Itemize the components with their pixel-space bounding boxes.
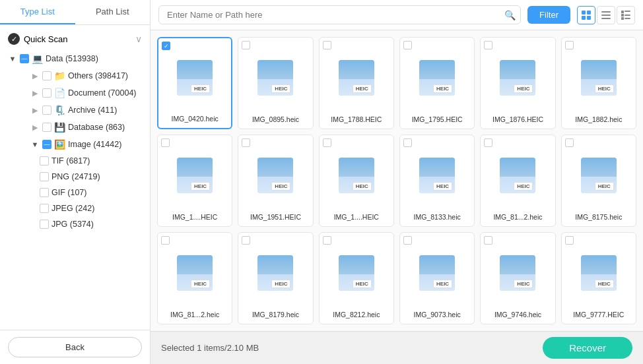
- heic-image-area: HEIC: [500, 60, 535, 96]
- checkbox-database[interactable]: [42, 123, 51, 132]
- svg-rect-10: [625, 15, 630, 16]
- file-cell[interactable]: HEIC IMG_81...2.heic: [480, 135, 555, 227]
- tab-path-list[interactable]: Path List: [75, 0, 151, 24]
- quick-scan-row[interactable]: ✓ Quick Scan ∨: [0, 28, 150, 50]
- heic-image-area: HEIC: [419, 158, 455, 193]
- file-checkbox[interactable]: [484, 138, 492, 147]
- tree-item-others[interactable]: ▶ 📁 Others (398417): [0, 67, 150, 84]
- tree-item-tif[interactable]: TIF (6817): [0, 153, 150, 169]
- search-input[interactable]: [158, 5, 521, 24]
- checkbox-png[interactable]: [40, 172, 49, 181]
- file-name: IMG_9073.heic: [414, 311, 461, 320]
- file-checkbox[interactable]: [161, 236, 170, 245]
- heic-icon: HEIC: [581, 158, 617, 193]
- heic-badge: HEIC: [433, 182, 452, 191]
- quick-scan-label: Quick Scan: [24, 34, 67, 44]
- file-cell[interactable]: HEIC IMG_1882.heic: [561, 37, 636, 129]
- file-checkbox[interactable]: [403, 236, 412, 245]
- filter-button[interactable]: Filter: [527, 6, 570, 24]
- checkbox-tif[interactable]: [40, 156, 49, 166]
- file-checkbox[interactable]: [161, 138, 170, 147]
- file-name: IMG_9746.heic: [494, 311, 541, 320]
- file-thumb: HEIC: [500, 43, 535, 112]
- file-checkbox[interactable]: [484, 236, 492, 245]
- file-checkbox[interactable]: [403, 138, 412, 147]
- sidebar-footer: Back: [0, 330, 150, 364]
- recover-button[interactable]: Recover: [543, 337, 632, 359]
- file-cell[interactable]: HEIC IMG_8175.heic: [561, 135, 636, 227]
- file-cell[interactable]: HEIC IMG_8133.heic: [399, 135, 475, 227]
- file-cell[interactable]: HEIC IMG_1....HEIC: [319, 135, 394, 227]
- file-cell[interactable]: HEIC IMG_1951.HEIC: [238, 135, 313, 227]
- file-cell[interactable]: HEIC IMG_81...2.heic: [157, 232, 232, 324]
- checkbox-document[interactable]: [42, 88, 51, 98]
- file-grid: ✓ HEIC IMG_0420.heic HEIC IMG_0895.heic: [151, 30, 643, 331]
- expand-arrow-icon: ▼: [8, 55, 17, 63]
- tree-item-data[interactable]: ▼ — 💻 Data (513938): [0, 50, 150, 67]
- grid-view-button[interactable]: [577, 6, 595, 24]
- file-thumb: HEIC: [177, 140, 213, 210]
- svg-rect-0: [582, 11, 586, 15]
- file-cell[interactable]: HEIC IMG_0895.heic: [238, 37, 313, 129]
- file-name: IMG_1951.HEIC: [250, 213, 301, 222]
- heic-image-area: HEIC: [581, 255, 617, 291]
- checkbox-data[interactable]: —: [20, 54, 29, 63]
- file-checkbox[interactable]: [242, 41, 250, 49]
- file-checkbox[interactable]: [323, 236, 331, 245]
- file-checkbox[interactable]: [565, 236, 574, 245]
- file-cell[interactable]: HEIC IMG_9746.heic: [480, 232, 555, 324]
- tab-type-list[interactable]: Type List: [0, 0, 75, 24]
- file-checkbox[interactable]: [403, 41, 412, 49]
- file-cell[interactable]: HEIC IMG_1788.HEIC: [319, 37, 394, 129]
- file-name: IMG_1....HEIC: [172, 213, 217, 222]
- file-checkbox[interactable]: [565, 41, 574, 49]
- tree-label-image: Image (41442): [68, 140, 121, 149]
- tree-label-png: PNG (24719): [51, 172, 100, 181]
- file-cell[interactable]: HEIC IMG_8179.heic: [238, 232, 313, 324]
- detail-view-button[interactable]: [617, 6, 635, 24]
- svg-rect-4: [601, 11, 611, 13]
- tree-item-image[interactable]: ▼ — 🖼️ Image (41442): [0, 136, 150, 153]
- checkbox-jpeg[interactable]: [40, 204, 49, 213]
- tree-item-document[interactable]: ▶ 📄 Document (70004): [0, 84, 150, 102]
- heic-badge: HEIC: [271, 280, 290, 288]
- tree-item-archive[interactable]: ▶ 🗜️ Archive (411): [0, 102, 150, 119]
- file-cell[interactable]: HEIC IMG_1....HEIC: [157, 135, 232, 227]
- file-cell[interactable]: HEIC IMG_1876.HEIC: [480, 37, 555, 129]
- file-checkbox[interactable]: [242, 236, 250, 245]
- file-cell[interactable]: ✓ HEIC IMG_0420.heic: [157, 37, 232, 129]
- tree-item-database[interactable]: ▶ 💾 Database (863): [0, 119, 150, 136]
- checkbox-image[interactable]: —: [42, 140, 51, 149]
- checkbox-jpg[interactable]: [40, 220, 49, 229]
- heic-badge: HEIC: [191, 280, 210, 288]
- checkbox-archive[interactable]: [42, 106, 51, 115]
- heic-image-area: HEIC: [177, 60, 213, 96]
- view-mode-buttons: [577, 6, 635, 24]
- back-button[interactable]: Back: [8, 337, 142, 357]
- tree-item-jpeg[interactable]: JPEG (242): [0, 200, 150, 216]
- file-cell[interactable]: HEIC IMG_8212.heic: [319, 232, 394, 324]
- folder-icon: 📁: [54, 71, 65, 81]
- file-thumb: HEIC: [500, 238, 535, 307]
- file-thumb: HEIC: [257, 238, 293, 307]
- file-name: IMG_81...2.heic: [170, 311, 219, 320]
- heic-icon: HEIC: [257, 255, 293, 291]
- tree-item-jpg[interactable]: JPG (5374): [0, 216, 150, 232]
- file-checkbox[interactable]: [323, 41, 331, 49]
- file-checkbox[interactable]: [323, 138, 331, 147]
- tree-item-gif[interactable]: GIF (107): [0, 185, 150, 200]
- file-thumb: HEIC: [177, 44, 213, 111]
- file-checkbox[interactable]: ✓: [162, 42, 170, 50]
- file-cell[interactable]: HEIC IMG_9073.heic: [399, 232, 475, 324]
- document-icon: 📄: [54, 88, 65, 98]
- checkbox-gif[interactable]: [40, 188, 49, 197]
- file-checkbox[interactable]: [242, 138, 250, 147]
- list-view-button[interactable]: [597, 6, 615, 24]
- file-checkbox[interactable]: [565, 138, 574, 147]
- file-cell[interactable]: HEIC IMG_1795.HEIC: [399, 37, 475, 129]
- file-checkbox[interactable]: [484, 41, 492, 49]
- file-thumb: HEIC: [419, 140, 455, 210]
- tree-item-png[interactable]: PNG (24719): [0, 169, 150, 185]
- checkbox-others[interactable]: [42, 71, 51, 80]
- file-cell[interactable]: HEIC IMG_9777.HEIC: [561, 232, 636, 324]
